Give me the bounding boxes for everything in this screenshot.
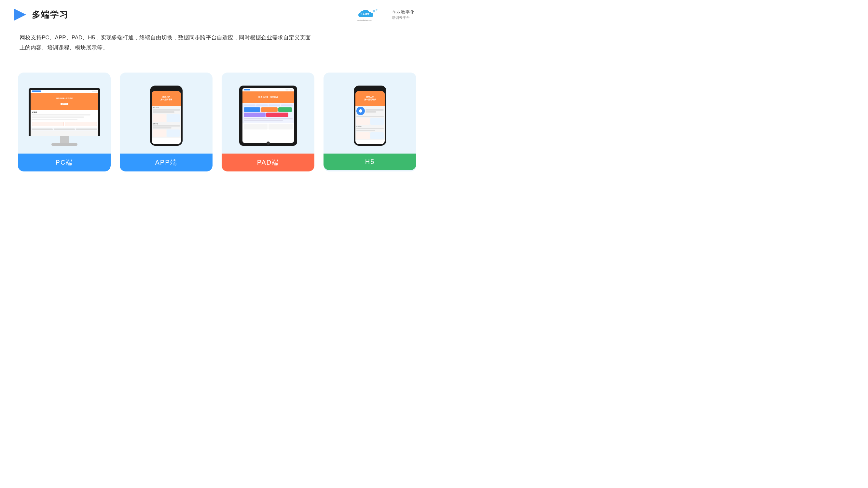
- logo-tagline: 企业数字化 培训云平台: [392, 9, 415, 20]
- logo-left: 多端学习: [13, 7, 68, 22]
- tablet: 联培人的第一堂同培课: [239, 86, 297, 146]
- tablet-home-btn: [267, 141, 270, 145]
- h5-device-image: 联培人的第一堂同培课: [330, 82, 410, 146]
- cloud-logo-icon: 云朵课堂 yunduoketang.com: [354, 6, 380, 23]
- tagline-line2: 培训云平台: [392, 15, 415, 20]
- phone-h5-screen: 联培人的第一堂同培课: [355, 91, 385, 144]
- app-device-image: 联培人的第一堂同培课 热门课程: [126, 82, 206, 146]
- pad-device-image: 联培人的第一堂同培课: [228, 82, 308, 146]
- cards-row: 联培人的第一堂同培课 立即学习 近期课: [0, 60, 434, 185]
- h5-label-button[interactable]: H5: [323, 154, 416, 170]
- phone-h5-notch: [366, 88, 375, 90]
- description-text: 网校支持PC、APP、PAD、H5，实现多端打通，终端自由切换，数据同步跨平台自…: [0, 26, 391, 56]
- monitor: 联培人的第一堂同培课 立即学习 近期课: [29, 88, 100, 146]
- monitor-screen-inner: 联培人的第一堂同培课 立即学习 近期课: [31, 90, 98, 136]
- header: 多端学习 云朵课堂 yunduoketang.com 企业数字化 培训云平台: [0, 0, 434, 26]
- description-paragraph: 网校支持PC、APP、PAD、H5，实现多端打通，终端自由切换，数据同步跨平台自…: [20, 33, 371, 43]
- pc-device-image: 联培人的第一堂同培课 立即学习 近期课: [24, 82, 104, 146]
- svg-point-1: [373, 10, 375, 12]
- svg-marker-0: [14, 9, 26, 21]
- svg-point-2: [376, 9, 377, 11]
- monitor-stand: [52, 143, 78, 146]
- phone-app: 联培人的第一堂同培课 热门课程: [150, 86, 183, 146]
- phone-screen: 联培人的第一堂同培课 热门课程: [152, 91, 181, 144]
- pad-label-button[interactable]: PAD端: [222, 154, 314, 171]
- phone-h5: 联培人的第一堂同培课: [354, 86, 386, 146]
- description-paragraph-2: 上的内容、培训课程、模块展示等。: [20, 43, 371, 53]
- phone-h5-body: 联培人的第一堂同培课: [354, 86, 386, 146]
- pc-card: 联培人的第一堂同培课 立即学习 近期课: [18, 72, 111, 171]
- app-label-button[interactable]: APP端: [120, 154, 213, 171]
- monitor-screen-outer: 联培人的第一堂同培课 立即学习 近期课: [29, 88, 100, 136]
- monitor-neck: [60, 136, 69, 143]
- phone-notch: [162, 88, 171, 90]
- play-icon: [13, 7, 27, 22]
- header-title: 多端学习: [32, 9, 68, 21]
- h5-card: 联培人的第一堂同培课: [323, 72, 416, 171]
- logo-right: 云朵课堂 yunduoketang.com 企业数字化 培训云平台: [354, 6, 415, 23]
- page: 多端学习 云朵课堂 yunduoketang.com 企业数字化 培训云平台 网…: [0, 0, 434, 244]
- tablet-screen: 联培人的第一堂同培课: [243, 88, 294, 143]
- svg-text:yunduoketang.com: yunduoketang.com: [358, 19, 373, 21]
- pad-card: 联培人的第一堂同培课: [222, 72, 314, 171]
- phone-body: 联培人的第一堂同培课 热门课程: [150, 86, 183, 146]
- pc-label-button[interactable]: PC端: [18, 154, 111, 171]
- app-card: 联培人的第一堂同培课 热门课程: [120, 72, 213, 171]
- svg-text:云朵课堂: 云朵课堂: [360, 13, 370, 15]
- tablet-body: 联培人的第一堂同培课: [239, 86, 297, 146]
- logo-divider: [386, 9, 386, 21]
- tagline-line1: 企业数字化: [392, 9, 415, 15]
